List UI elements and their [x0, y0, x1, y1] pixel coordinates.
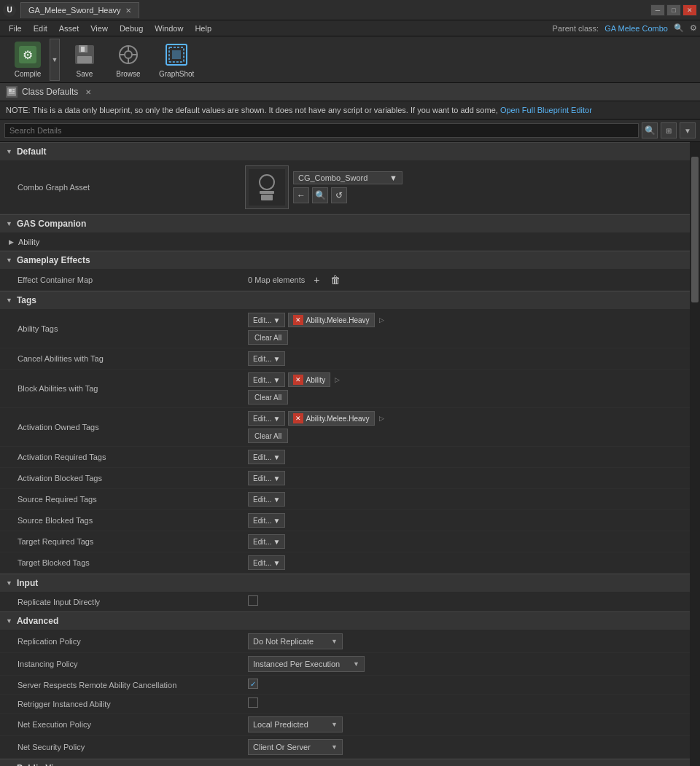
- section-gas-companion[interactable]: ▼ GAS Companion: [0, 214, 690, 233]
- maximize-button[interactable]: □: [666, 4, 681, 16]
- activation-owned-tags-edit-arrow-icon: ▼: [273, 415, 281, 423]
- compile-button[interactable]: ⚙ Compile: [6, 39, 50, 81]
- activation-owned-tags-edit-button[interactable]: Edit... ▼: [248, 411, 285, 426]
- block-tag-ability-text: Ability: [306, 376, 325, 384]
- menu-window[interactable]: Window: [149, 23, 189, 34]
- title-bar: U GA_Melee_Sword_Heavy ✕ ─ □ ✕: [0, 0, 700, 20]
- activation-required-tags-value: Edit... ▼: [244, 447, 690, 467]
- target-required-tags-edit-button[interactable]: Edit... ▼: [248, 534, 285, 549]
- instancing-policy-dropdown-value: Instanced Per Execution: [253, 660, 340, 668]
- asset-reset-button[interactable]: ↺: [331, 187, 347, 203]
- activation-required-tags-edit-button[interactable]: Edit... ▼: [248, 450, 285, 464]
- cancel-abilities-value: Edit... ▼: [244, 348, 690, 369]
- source-required-tags-value: Edit... ▼: [244, 489, 690, 509]
- scrollbar-thumb[interactable]: [691, 157, 699, 302]
- section-default[interactable]: ▼ Default: [0, 142, 690, 161]
- asset-search-button[interactable]: 🔍: [312, 187, 328, 203]
- gameplay-effects-arrow-icon: ▼: [6, 257, 12, 264]
- cd-close-icon[interactable]: ✕: [85, 88, 91, 96]
- section-tags[interactable]: ▼ Tags: [0, 291, 690, 310]
- class-defaults-tab: Class Defaults ✕: [0, 83, 700, 101]
- graphshot-button[interactable]: GraphShot: [153, 39, 200, 81]
- source-blocked-tags-edit-button[interactable]: Edit... ▼: [248, 513, 285, 528]
- browse-button[interactable]: Browse: [109, 39, 147, 81]
- instancing-policy-label: Instancing Policy: [0, 656, 244, 672]
- cancel-abilities-edit-button[interactable]: Edit... ▼: [248, 351, 285, 366]
- activation-owned-tags-clear-button[interactable]: Clear All: [248, 429, 288, 443]
- target-blocked-tags-edit-button[interactable]: Edit... ▼: [248, 555, 285, 570]
- section-public-view[interactable]: ▼ Public View: [0, 759, 690, 766]
- ability-subsection-arrow-icon: ▶: [9, 238, 14, 246]
- block-tag-ability: ✕ Ability: [288, 372, 330, 387]
- ability-tags-clear-button[interactable]: Clear All: [248, 330, 288, 345]
- activation-required-tags-row: Activation Required Tags Edit... ▼: [0, 447, 690, 468]
- replication-policy-row: Replication Policy Do Not Replicate ▼: [0, 630, 690, 653]
- asset-actions: ← 🔍 ↺: [293, 187, 402, 203]
- menu-items: File Edit Asset View Debug Window Help: [3, 23, 217, 34]
- block-tag-ability-remove[interactable]: ✕: [293, 375, 303, 385]
- source-required-tags-edit-button[interactable]: Edit... ▼: [248, 492, 285, 507]
- section-gameplay-effects[interactable]: ▼ Gameplay Effects: [0, 251, 690, 270]
- svg-text:⚙: ⚙: [23, 49, 33, 61]
- asset-dropdown[interactable]: CG_Combo_Sword ▼: [293, 171, 402, 184]
- ability-tags-line1: Edit... ▼ ✕ Ability.Melee.Heavy ▷: [248, 313, 685, 327]
- parent-class-value[interactable]: GA Melee Combo: [604, 24, 668, 33]
- advanced-arrow-icon: ▼: [6, 617, 12, 625]
- replicate-input-checkbox[interactable]: [248, 595, 258, 606]
- menu-view[interactable]: View: [85, 23, 114, 34]
- tab-close-icon[interactable]: ✕: [125, 7, 131, 15]
- net-security-policy-dropdown[interactable]: Client Or Server ▼: [248, 739, 343, 755]
- search-button[interactable]: 🔍: [642, 122, 658, 138]
- parent-class-search-icon[interactable]: 🔍: [674, 23, 684, 33]
- section-advanced[interactable]: ▼ Advanced: [0, 611, 690, 630]
- notice-text: NOTE: This is a data only blueprint, so …: [6, 106, 498, 114]
- svg-rect-23: [261, 195, 273, 200]
- menu-help[interactable]: Help: [189, 23, 217, 34]
- activation-owned-tag-heavy-text: Ability.Melee.Heavy: [306, 415, 369, 423]
- net-execution-policy-dropdown[interactable]: Local Predicted ▼: [248, 716, 343, 732]
- parent-class-settings-icon[interactable]: ⚙: [690, 23, 697, 33]
- server-respects-checkbox[interactable]: [248, 679, 258, 689]
- open-blueprint-editor-link[interactable]: Open Full Blueprint Editor: [500, 106, 592, 114]
- instancing-policy-dropdown[interactable]: Instanced Per Execution ▼: [248, 656, 365, 672]
- compile-dropdown-arrow[interactable]: ▼: [50, 39, 60, 81]
- tab-item[interactable]: GA_Melee_Sword_Heavy ✕: [20, 2, 139, 18]
- combo-asset-value: CG_Combo_Sword ▼ ← 🔍 ↺: [245, 165, 402, 209]
- retrigger-instanced-row: Retrigger Instanced Ability: [0, 695, 690, 714]
- block-abilities-edit-button[interactable]: Edit... ▼: [248, 372, 285, 387]
- ability-tag-heavy-remove[interactable]: ✕: [293, 315, 303, 325]
- net-execution-policy-label: Net Execution Policy: [0, 716, 244, 732]
- section-input[interactable]: ▼ Input: [0, 574, 690, 593]
- save-icon: [71, 42, 98, 68]
- block-abilities-clear-button[interactable]: Clear All: [248, 390, 288, 405]
- ability-tags-edit-button[interactable]: Edit... ▼: [248, 313, 285, 327]
- replication-policy-dropdown[interactable]: Do Not Replicate ▼: [248, 633, 343, 649]
- ability-tags-edit-arrow-icon: ▼: [273, 316, 281, 324]
- minimize-button[interactable]: ─: [650, 4, 665, 16]
- scrollbar[interactable]: [690, 142, 700, 766]
- menu-debug[interactable]: Debug: [114, 23, 149, 34]
- menu-file[interactable]: File: [3, 23, 28, 34]
- grid-view-button[interactable]: ⊞: [661, 122, 677, 138]
- activation-blocked-tags-edit-button[interactable]: Edit... ▼: [248, 471, 285, 485]
- cancel-abilities-edit-arrow-icon: ▼: [273, 355, 281, 363]
- view-options-button[interactable]: ▼: [680, 122, 696, 138]
- remove-element-button[interactable]: 🗑: [328, 273, 343, 287]
- add-element-button[interactable]: +: [309, 273, 324, 287]
- activation-owned-tag-heavy-remove[interactable]: ✕: [293, 413, 303, 423]
- menu-edit[interactable]: Edit: [28, 23, 53, 34]
- source-required-tags-label: Source Required Tags: [0, 491, 244, 507]
- block-abilities-edit-arrow-icon: ▼: [273, 376, 281, 384]
- save-button[interactable]: Save: [66, 39, 104, 81]
- replicate-input-value: [244, 593, 690, 609]
- block-abilities-label: Block Abilities with Tag: [0, 380, 244, 396]
- compile-btn-group: ⚙ Compile ▼: [6, 39, 60, 81]
- search-input[interactable]: [4, 123, 639, 138]
- class-defaults-label[interactable]: Class Defaults: [22, 87, 78, 97]
- close-button[interactable]: ✕: [682, 4, 697, 16]
- retrigger-instanced-checkbox[interactable]: [248, 697, 258, 708]
- asset-back-button[interactable]: ←: [293, 187, 309, 203]
- ability-subsection[interactable]: ▶ Ability: [0, 233, 690, 251]
- menu-asset[interactable]: Asset: [53, 23, 85, 34]
- advanced-title: Advanced: [17, 616, 58, 626]
